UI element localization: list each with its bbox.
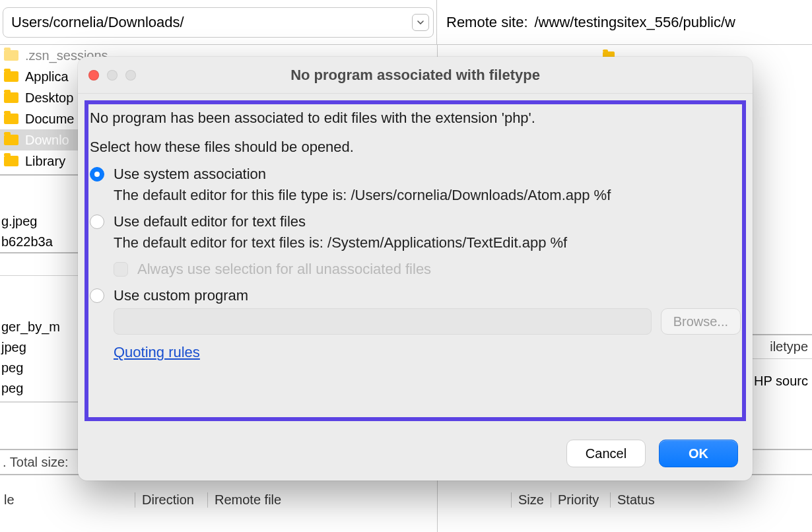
column-status[interactable]: Status — [610, 492, 669, 508]
folder-icon — [4, 50, 18, 61]
remote-path-input[interactable]: /www/testingsitex_556/public/w — [532, 7, 810, 38]
checkbox-label: Always use selection for all unassociate… — [137, 261, 431, 278]
folder-icon — [4, 114, 18, 124]
local-path-input[interactable]: Users/cornelia/Downloads/ — [3, 7, 434, 38]
option-default-text-editor[interactable]: Use default editor for text files — [90, 213, 741, 230]
folder-icon — [4, 92, 18, 103]
close-icon[interactable] — [88, 70, 99, 81]
local-path-text: Users/cornelia/Downloads/ — [11, 14, 184, 31]
option-subtext: The default editor for this file type is… — [114, 187, 741, 204]
option-custom-program[interactable]: Use custom program — [90, 287, 741, 304]
browse-button[interactable]: Browse... — [661, 308, 741, 335]
column-localfile[interactable]: le — [3, 492, 135, 508]
option-label: Use default editor for text files — [114, 213, 306, 230]
column-remotefile[interactable]: Remote file — [207, 492, 511, 508]
transfer-queue-header: le Direction Remote file Size Priority S… — [0, 488, 812, 512]
folder-icon — [4, 156, 18, 166]
column-size[interactable]: Size — [511, 492, 551, 508]
checkbox-icon — [114, 262, 128, 277]
column-filetype[interactable]: iletype — [770, 339, 808, 354]
option-system-association[interactable]: Use system association — [90, 166, 741, 183]
option-label: Use system association — [114, 166, 266, 183]
address-bar: Users/cornelia/Downloads/ Remote site: /… — [0, 0, 812, 45]
dialog-buttons: Cancel OK — [566, 440, 738, 467]
option-subtext: The default editor for text files is: /S… — [114, 234, 741, 251]
status-text: . Total size: — [3, 455, 69, 470]
zoom-icon — [125, 70, 136, 81]
ok-button[interactable]: OK — [659, 440, 738, 467]
radio-icon[interactable] — [90, 215, 104, 229]
folder-icon — [4, 71, 18, 82]
custom-program-input[interactable] — [114, 308, 652, 335]
remote-path-text: /www/testingsitex_556/public/w — [535, 14, 735, 31]
chevron-down-icon[interactable] — [412, 14, 429, 31]
radio-icon[interactable] — [90, 288, 104, 303]
folder-icon — [4, 135, 18, 145]
dialog-content: No program has been associated to edit f… — [90, 108, 741, 415]
filetype-association-dialog: No program associated with filetype No p… — [78, 57, 753, 481]
cancel-button[interactable]: Cancel — [566, 440, 646, 467]
dialog-message-2: Select how these files should be opened. — [90, 137, 741, 157]
column-direction[interactable]: Direction — [135, 492, 207, 508]
dialog-title: No program associated with filetype — [78, 67, 753, 84]
radio-icon[interactable] — [90, 167, 104, 182]
dialog-titlebar: No program associated with filetype — [78, 57, 753, 94]
remote-site-label: Remote site: — [446, 14, 528, 31]
column-priority[interactable]: Priority — [551, 492, 610, 508]
minimize-icon — [107, 70, 118, 81]
dialog-message-1: No program has been associated to edit f… — [90, 108, 741, 128]
option-label: Use custom program — [114, 287, 248, 304]
always-use-selection-checkbox: Always use selection for all unassociate… — [114, 261, 741, 278]
quoting-rules-link[interactable]: Quoting rules — [114, 344, 200, 360]
